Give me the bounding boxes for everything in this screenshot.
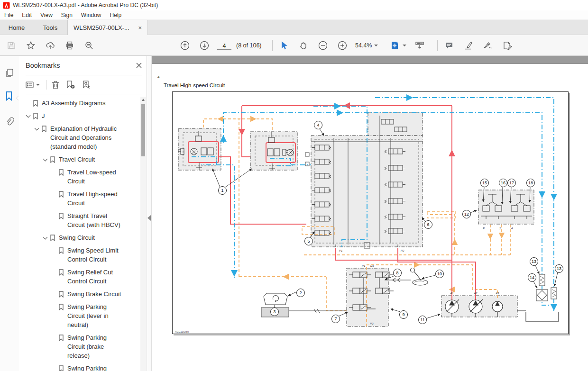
zoom-level-value: 54.4% xyxy=(355,42,372,49)
bookmark-item[interactable]: Swing Parking Circuit (lever in neutral) xyxy=(19,300,140,331)
fill-and-sign-icon xyxy=(502,41,513,50)
bookmark-icon xyxy=(58,211,64,220)
scroll-up-arrow[interactable] xyxy=(142,99,145,101)
bookmark-icon xyxy=(50,233,56,242)
fill-sign-button[interactable] xyxy=(501,38,514,53)
select-tool-button[interactable] xyxy=(277,38,291,53)
bookmark-item[interactable]: Explanation of Hydraulic Circuit and Ope… xyxy=(19,122,140,153)
panel-scrollbar[interactable] xyxy=(140,97,146,371)
bookmark-item[interactable]: Swing Speed Limit Control Circuit xyxy=(19,244,140,266)
page-number-field[interactable] xyxy=(217,41,233,50)
navigation-rail xyxy=(0,56,19,371)
tab-home[interactable]: Home xyxy=(0,20,33,35)
delete-bookmark-button[interactable] xyxy=(52,81,59,89)
callout-14: 14 xyxy=(528,274,536,282)
trash-icon xyxy=(52,81,59,89)
menu-view[interactable]: View xyxy=(36,11,57,19)
previous-page-button[interactable] xyxy=(178,38,192,53)
svg-text:7: 7 xyxy=(334,317,337,321)
bookmark-item[interactable]: Swing Parking Circuit (machine stop) xyxy=(19,362,140,371)
tab-tools[interactable]: Tools xyxy=(33,20,67,35)
menu-help[interactable]: Help xyxy=(106,11,126,19)
menu-window[interactable]: Window xyxy=(77,11,106,19)
bookmark-item[interactable]: Travel High-speed Circuit xyxy=(19,188,140,209)
callout-12: 12 xyxy=(463,210,471,218)
page-thumbnails-button[interactable] xyxy=(5,68,14,81)
svg-text:P3: P3 xyxy=(370,322,374,325)
chevron-down-icon[interactable] xyxy=(42,155,50,164)
next-page-button[interactable] xyxy=(198,38,211,53)
hydraulic-circuit-diagram: 1 2 3 4 5 6 7 8 9 10 11 12 13 13 14 15 1… xyxy=(172,91,569,334)
zoom-out-button[interactable] xyxy=(316,38,330,53)
page-number-input[interactable] xyxy=(217,43,231,50)
fit-page-dropdown[interactable] xyxy=(390,38,407,53)
zoom-in-button[interactable] xyxy=(336,38,349,53)
chevron-down-icon[interactable] xyxy=(33,124,41,133)
bookmark-item[interactable]: Swing Parking Circuit (brake release) xyxy=(19,331,140,362)
mechanical-links xyxy=(275,278,411,313)
bookmark-icon xyxy=(58,190,64,199)
share-button[interactable] xyxy=(44,38,57,53)
bookmark-item[interactable]: Travel Low-speed Circuit xyxy=(19,166,140,188)
new-bookmark-button[interactable] xyxy=(66,81,75,89)
bookmarks-panel-button[interactable] xyxy=(5,91,13,103)
divider xyxy=(46,80,47,90)
star-button[interactable] xyxy=(24,38,37,53)
collapse-panel-icon[interactable] xyxy=(147,215,151,221)
close-panel-icon[interactable] xyxy=(136,63,142,68)
svg-text:P: P xyxy=(483,227,485,230)
window-title: WLSM2507-00LX-A3.pdf - Adobe Acrobat Pro… xyxy=(13,2,158,9)
print-button[interactable] xyxy=(63,38,76,53)
cloud-upload-icon xyxy=(46,41,55,50)
document-viewport[interactable]: 4 Travel High-speed Circuit xyxy=(152,56,588,371)
bookmark-options-button[interactable] xyxy=(26,81,40,89)
bookmark-item[interactable]: A3 Assembly Diagrams xyxy=(19,97,140,109)
travel-pedal xyxy=(264,293,287,305)
save-button[interactable] xyxy=(5,38,18,53)
toolbar-divider xyxy=(272,40,273,51)
callout-7: 7 xyxy=(332,315,340,323)
bookmark-item[interactable]: Swing Brake Circuit xyxy=(19,288,140,300)
svg-text:A1: A1 xyxy=(450,292,453,295)
callout-3: 3 xyxy=(271,308,279,316)
menu-file[interactable]: File xyxy=(0,11,18,19)
chevron-slot xyxy=(50,268,58,277)
divider xyxy=(26,94,142,94)
attachments-button[interactable] xyxy=(5,117,14,130)
callout-1: 1 xyxy=(219,187,227,195)
scrollbar-thumb[interactable] xyxy=(141,104,145,156)
hand-tool-button[interactable] xyxy=(297,38,310,53)
search-button[interactable] xyxy=(83,38,96,53)
highlight-button[interactable] xyxy=(462,38,475,53)
menu-edit[interactable]: Edit xyxy=(18,11,36,19)
bookmark-item[interactable]: J xyxy=(19,109,140,122)
tab-close-icon[interactable]: × xyxy=(138,24,142,31)
callout-2: 2 xyxy=(297,289,305,297)
chevron-down-icon xyxy=(374,45,378,46)
tab-document-active[interactable]: WLSM2507-00LX-... × xyxy=(67,20,148,35)
svg-text:8: 8 xyxy=(396,271,398,275)
page-display-button[interactable] xyxy=(413,38,426,53)
find-current-bookmark-button[interactable] xyxy=(82,81,92,89)
comment-button[interactable] xyxy=(442,38,456,53)
fit-page-icon xyxy=(391,41,400,50)
callout-10: 10 xyxy=(436,270,444,278)
svg-text:6: 6 xyxy=(427,222,429,227)
sign-button[interactable] xyxy=(481,38,495,53)
pages-icon xyxy=(5,68,14,79)
bookmark-item[interactable]: Travel Circuit xyxy=(19,153,140,166)
chevron-down-icon[interactable] xyxy=(25,111,33,120)
chevron-slot xyxy=(50,211,58,220)
zoom-level-dropdown[interactable]: 54.4% xyxy=(355,42,382,49)
bookmark-item[interactable]: Swing Relief Cut Control Circuit xyxy=(19,266,140,288)
chevron-down-icon[interactable] xyxy=(42,233,50,242)
component-blocks xyxy=(178,113,534,326)
menu-sign[interactable]: Sign xyxy=(57,11,77,19)
main-toolbar: (8 of 106) 54.4% xyxy=(0,35,588,56)
page-up-icon xyxy=(180,40,190,51)
bookmark-item[interactable]: Swing Circuit xyxy=(19,231,140,244)
svg-text:5: 5 xyxy=(307,239,310,244)
svg-text:1: 1 xyxy=(221,188,223,193)
panel-splitter[interactable] xyxy=(147,56,152,371)
bookmark-item[interactable]: Straight Travel Circuit (with HBCV) xyxy=(19,209,140,231)
